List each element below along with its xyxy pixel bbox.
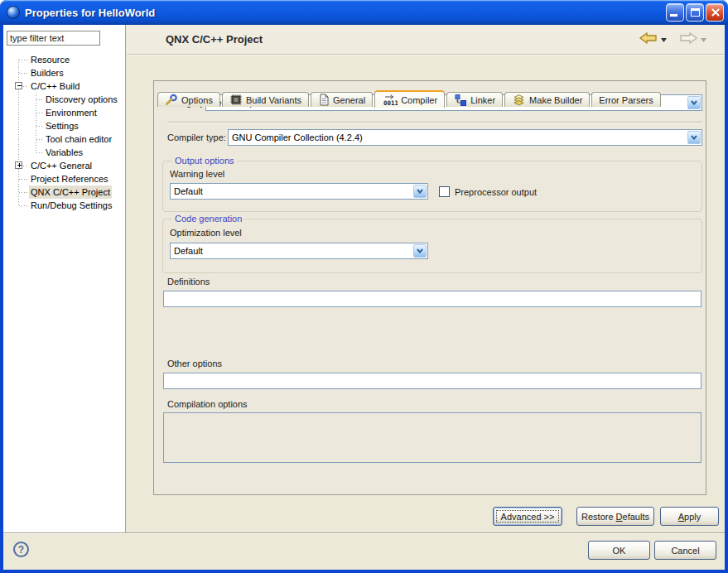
chevron-down-icon[interactable] bbox=[687, 96, 701, 109]
footer-separator bbox=[3, 532, 725, 533]
tab-options[interactable]: Options bbox=[157, 92, 220, 107]
apply-button[interactable]: Apply bbox=[660, 507, 719, 526]
link-nodes-icon bbox=[454, 94, 467, 106]
tab-make-builder[interactable]: Make Builder bbox=[504, 92, 590, 107]
tree-item-resource[interactable]: Resource bbox=[3, 53, 124, 66]
code-generation-title: Code generation bbox=[172, 214, 244, 224]
back-arrow-icon[interactable] bbox=[639, 31, 658, 46]
output-options-group: Output options Warning level Default Pre… bbox=[162, 161, 702, 212]
definitions-label: Definitions bbox=[167, 277, 210, 286]
other-options-input[interactable] bbox=[163, 373, 701, 389]
compiler-type-combo[interactable]: GNU Compiler Collection (4.2.4) bbox=[228, 129, 702, 146]
restore-defaults-button[interactable]: Restore Defaults bbox=[576, 507, 654, 526]
preprocessor-output-label: Preprocessor output bbox=[455, 187, 537, 197]
optimization-level-combo[interactable]: Default bbox=[170, 243, 428, 259]
tree-item-discovery-options[interactable]: Discovery options bbox=[3, 93, 124, 106]
minimize-button[interactable] bbox=[666, 3, 684, 22]
tree-item-settings[interactable]: Settings bbox=[3, 119, 124, 132]
maximize-button[interactable] bbox=[686, 3, 704, 22]
compiler-type-label: Compiler type: bbox=[167, 132, 226, 142]
definitions-input[interactable] bbox=[163, 291, 701, 307]
chevron-down-icon[interactable] bbox=[413, 185, 427, 198]
optimization-level-label: Optimization level bbox=[170, 228, 242, 238]
close-button[interactable] bbox=[706, 3, 724, 22]
back-dropdown-icon[interactable] bbox=[661, 34, 667, 44]
tree-item-ccpp-build[interactable]: C/C++ Build bbox=[3, 79, 124, 93]
properties-dialog: Properties for HelloWorld Resource Build… bbox=[0, 0, 728, 573]
tree-item-ccpp-general[interactable]: C/C++ General bbox=[3, 159, 124, 172]
cancel-button[interactable]: Cancel bbox=[654, 541, 716, 560]
tree-item-variables[interactable]: Variables bbox=[3, 146, 124, 159]
tree-item-environment[interactable]: Environment bbox=[3, 106, 124, 119]
tab-build-variants[interactable]: Build Variants bbox=[222, 92, 309, 107]
tab-compiler[interactable]: 0011 Compiler bbox=[374, 90, 445, 108]
compilation-options-label: Compilation options bbox=[167, 399, 248, 409]
tree-item-run-debug-settings[interactable]: Run/Debug Settings bbox=[3, 199, 124, 212]
tab-error-parsers[interactable]: Error Parsers bbox=[591, 92, 660, 107]
compilation-options-textarea[interactable] bbox=[163, 412, 701, 463]
tree-item-project-references[interactable]: Project References bbox=[3, 172, 124, 185]
layers-icon bbox=[512, 94, 526, 106]
chip-icon bbox=[229, 94, 243, 106]
svg-text:0011: 0011 bbox=[383, 99, 398, 107]
output-options-title: Output options bbox=[172, 156, 237, 166]
filter-input[interactable] bbox=[7, 31, 100, 46]
page-header: QNX C/C++ Project bbox=[127, 25, 725, 55]
help-button[interactable]: ? bbox=[13, 542, 29, 557]
tab-bar: Options Build Variants General 0011 Comp… bbox=[157, 90, 661, 107]
app-icon bbox=[7, 6, 20, 19]
sidebar: Resource Builders C/C++ Build Discovery … bbox=[3, 25, 126, 533]
preprocessor-output-checkbox[interactable] bbox=[439, 186, 450, 197]
properties-tree: Resource Builders C/C++ Build Discovery … bbox=[3, 53, 124, 212]
compiler-tab-pane: Category General options Compiler type: … bbox=[153, 80, 706, 495]
ok-button[interactable]: OK bbox=[588, 541, 650, 560]
warning-level-label: Warning level bbox=[170, 169, 224, 179]
tree-item-qnx-ccpp-project[interactable]: QNX C/C++ Project bbox=[3, 185, 124, 199]
dialog-client-area: Resource Builders C/C++ Build Discovery … bbox=[3, 25, 725, 570]
advanced-button[interactable]: Advanced >> bbox=[493, 507, 562, 526]
tab-general[interactable]: General bbox=[311, 92, 373, 107]
chevron-down-icon[interactable] bbox=[413, 244, 427, 258]
collapse-expander-icon[interactable] bbox=[15, 82, 22, 89]
code-generation-group: Code generation Optimization level Defau… bbox=[162, 219, 702, 273]
binary-icon: 0011 bbox=[382, 94, 398, 106]
tree-item-builders[interactable]: Builders bbox=[3, 66, 124, 79]
chevron-down-icon[interactable] bbox=[687, 131, 701, 144]
tree-item-tool-chain-editor[interactable]: Tool chain editor bbox=[3, 132, 124, 146]
separator bbox=[167, 122, 702, 123]
warning-level-combo[interactable]: Default bbox=[170, 183, 428, 200]
title-bar[interactable]: Properties for HelloWorld bbox=[0, 0, 728, 25]
maximize-icon bbox=[691, 8, 700, 17]
document-icon bbox=[318, 94, 330, 106]
other-options-label: Other options bbox=[167, 359, 222, 368]
forward-arrow-icon[interactable] bbox=[678, 31, 698, 46]
expand-expander-icon[interactable] bbox=[15, 161, 22, 169]
forward-dropdown-icon[interactable] bbox=[701, 34, 706, 44]
window-title: Properties for HelloWorld bbox=[25, 7, 155, 19]
wrench-icon bbox=[165, 94, 178, 106]
tab-linker[interactable]: Linker bbox=[446, 92, 503, 107]
page-title: QNX C/C++ Project bbox=[166, 33, 263, 46]
question-mark-icon: ? bbox=[18, 544, 24, 556]
minimize-icon bbox=[670, 14, 677, 17]
